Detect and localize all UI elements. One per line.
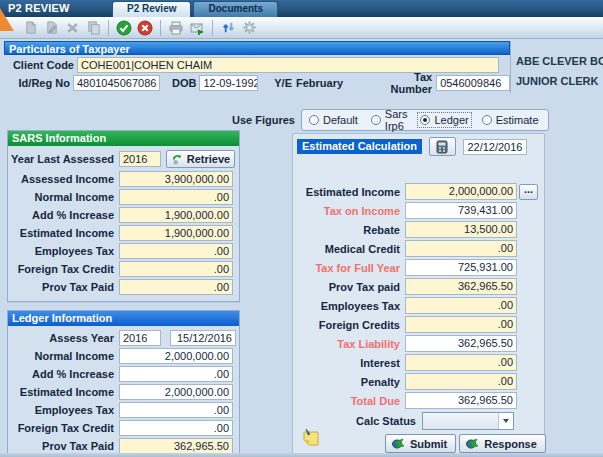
vertical-divider bbox=[510, 41, 511, 93]
row-label: Penalty bbox=[361, 376, 405, 388]
radio-default[interactable]: Default bbox=[307, 113, 360, 127]
submit-icon bbox=[391, 437, 406, 450]
export-email-icon[interactable] bbox=[188, 19, 206, 37]
sars-information-panel: SARS Information Year Last Assessed 2016… bbox=[7, 130, 240, 302]
row-label: Estimated Income bbox=[11, 386, 119, 398]
radio-icon bbox=[482, 115, 492, 125]
calc-status-label: Calc Status bbox=[356, 415, 422, 427]
row-label: Rebate bbox=[363, 224, 405, 236]
use-figures-options: Default Sars Irp6 Ledger Estimate bbox=[301, 109, 549, 131]
medical-credit-field[interactable]: .00 bbox=[405, 240, 517, 257]
row-label: Add % Increase bbox=[11, 209, 119, 221]
sort-arrows-icon[interactable] bbox=[219, 19, 237, 37]
settings-gear-icon[interactable] bbox=[240, 19, 258, 37]
add-increase-field[interactable]: .00 bbox=[119, 366, 233, 382]
dob-field[interactable]: 12-09-1992 bbox=[199, 75, 258, 91]
user-block: ABE CLEVER BOY JUNIOR CLERK bbox=[516, 51, 603, 91]
toolbar-separator bbox=[160, 20, 161, 36]
estimated-calculation-panel: Estimated Calculation 22/12/2016 Estimat… bbox=[292, 133, 545, 455]
assess-date-field[interactable]: 15/12/2016 bbox=[170, 330, 236, 346]
estimated-income-field[interactable]: 2,000,000.00 bbox=[405, 183, 517, 200]
calculate-button[interactable] bbox=[429, 137, 456, 156]
normal-income-field[interactable]: .00 bbox=[119, 189, 233, 205]
row-label: Estimated Income bbox=[306, 186, 405, 198]
add-increase-field[interactable]: 1,900,000.00 bbox=[119, 207, 233, 223]
year-end-label: Y/E bbox=[274, 77, 292, 89]
new-document-icon[interactable] bbox=[21, 19, 39, 37]
prov-tax-paid-field[interactable]: 362,965.50 bbox=[405, 278, 517, 295]
tax-number-field[interactable]: 0546009846 bbox=[436, 75, 510, 91]
tab-documents[interactable]: Documents bbox=[193, 1, 277, 17]
sars-panel-header: SARS Information bbox=[8, 131, 239, 146]
tax-liability-field: 362,965.50 bbox=[405, 335, 517, 352]
year-end-value: February bbox=[296, 77, 343, 89]
edit-document-icon[interactable] bbox=[42, 19, 60, 37]
client-code-field[interactable]: COHE001|COHEN CHAIM bbox=[77, 57, 499, 73]
id-reg-field[interactable]: 4801045067086 bbox=[73, 75, 160, 91]
penalty-field[interactable]: .00 bbox=[405, 373, 517, 390]
assessed-income-field[interactable]: 3,900,000.00 bbox=[119, 171, 233, 187]
client-code-label: Client Code bbox=[4, 59, 74, 71]
year-last-assessed-label: Year Last Assessed bbox=[11, 153, 119, 165]
assess-year-label: Assess Year bbox=[11, 332, 119, 344]
radio-estimate[interactable]: Estimate bbox=[480, 113, 541, 127]
radio-icon bbox=[309, 115, 319, 125]
row-label: Tax on Income bbox=[324, 205, 405, 217]
print-icon[interactable] bbox=[167, 19, 185, 37]
p2-review-window: P2 REVIEW P2 Review Documents bbox=[0, 0, 603, 457]
employees-tax-field[interactable]: .00 bbox=[405, 297, 517, 314]
tax-for-full-year-field: 725,931.00 bbox=[405, 259, 517, 276]
estimated-income-field[interactable]: 2,000,000.00 bbox=[119, 384, 233, 400]
submit-button[interactable]: Submit bbox=[385, 434, 456, 453]
row-label: Foreign Credits bbox=[319, 319, 405, 331]
ledger-panel-header: Ledger Information bbox=[8, 311, 239, 326]
chevron-down-icon bbox=[498, 413, 513, 429]
row-label: Employees Tax bbox=[321, 300, 405, 312]
lookup-button[interactable]: ... bbox=[519, 184, 538, 200]
calc-status-dropdown[interactable] bbox=[422, 412, 514, 430]
accept-icon[interactable] bbox=[115, 19, 133, 37]
tax-on-income-field: 739,431.00 bbox=[405, 202, 517, 219]
footer-strip bbox=[0, 453, 603, 457]
foreign-tax-credit-field[interactable]: .00 bbox=[119, 261, 233, 277]
submit-button-label: Submit bbox=[410, 438, 447, 450]
prov-tax-paid-field[interactable]: .00 bbox=[119, 279, 233, 295]
row-label: Foreign Tax Credit bbox=[11, 263, 119, 275]
assess-year-field[interactable]: 2016 bbox=[119, 330, 161, 346]
delete-icon[interactable] bbox=[63, 19, 81, 37]
cancel-icon[interactable] bbox=[136, 19, 154, 37]
radio-label: Default bbox=[323, 114, 358, 126]
normal-income-field[interactable]: 2,000,000.00 bbox=[119, 348, 233, 364]
prov-tax-paid-field[interactable]: 362,965.50 bbox=[119, 438, 233, 454]
retrieve-icon bbox=[171, 153, 184, 166]
toolbar-separator bbox=[212, 20, 213, 36]
radio-icon bbox=[420, 115, 430, 125]
response-icon bbox=[465, 437, 480, 450]
rebate-field[interactable]: 13,500.00 bbox=[405, 221, 517, 238]
total-due-field: 362,965.50 bbox=[405, 392, 517, 409]
year-last-assessed-field[interactable]: 2016 bbox=[119, 151, 161, 167]
retrieve-button[interactable]: Retrieve bbox=[166, 150, 235, 168]
tab-bar: P2 Review Documents bbox=[112, 1, 278, 17]
note-icon[interactable] bbox=[302, 427, 320, 447]
foreign-tax-credit-field[interactable]: .00 bbox=[119, 420, 233, 436]
response-button[interactable]: Response bbox=[459, 434, 546, 453]
page-title: P2 REVIEW bbox=[8, 2, 70, 14]
tax-number-label: Tax Number bbox=[373, 71, 432, 95]
interest-field[interactable]: .00 bbox=[405, 354, 517, 371]
tab-p2-review[interactable]: P2 Review bbox=[112, 1, 191, 17]
calculation-date-field[interactable]: 22/12/2016 bbox=[463, 139, 527, 155]
row-label: Prov Tax Paid bbox=[11, 440, 119, 452]
radio-ledger[interactable]: Ledger bbox=[418, 113, 470, 127]
user-role: JUNIOR CLERK bbox=[516, 71, 603, 91]
estimated-income-field[interactable]: 1,900,000.00 bbox=[119, 225, 233, 241]
employees-tax-field[interactable]: .00 bbox=[119, 243, 233, 259]
radio-sars-irp6[interactable]: Sars Irp6 bbox=[369, 107, 410, 133]
foreign-credits-field[interactable]: .00 bbox=[405, 316, 517, 333]
copy-document-icon[interactable] bbox=[84, 19, 102, 37]
employees-tax-field[interactable]: .00 bbox=[119, 402, 233, 418]
row-label: Tax Liability bbox=[337, 338, 405, 350]
use-figures-group: Use Figures Default Sars Irp6 Ledger Est… bbox=[232, 109, 549, 131]
toolbar-separator bbox=[108, 20, 109, 36]
particulars-section: Particulars of Taxpayer Client Code COHE… bbox=[4, 41, 510, 91]
